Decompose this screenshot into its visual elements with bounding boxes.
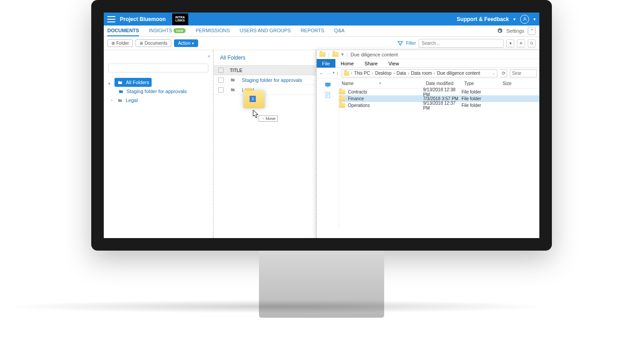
explorer-ribbon: File Home Share View	[317, 59, 539, 68]
toolbar: ⊕Folder ⊕Documents Action▾ Filter ▾ ✕	[104, 37, 539, 50]
drag-count-badge: 3	[250, 96, 256, 102]
search-dropdown-button[interactable]: ▾	[506, 39, 514, 47]
expand-icon[interactable]: ⌃	[528, 27, 536, 35]
new-folder-button[interactable]: ⊕Folder	[107, 39, 133, 47]
ribbon-tab-home[interactable]: Home	[335, 59, 359, 68]
monitor-icon[interactable]	[324, 81, 331, 89]
document-icon[interactable]	[324, 91, 331, 98]
nav-forward-icon[interactable]: →	[326, 71, 331, 76]
sort-asc-icon: ▴	[379, 81, 381, 85]
chevron-down-icon[interactable]: ▾	[513, 17, 516, 21]
folder-icon	[344, 71, 349, 76]
app-screen: Project Bluemoon INTRA LINKS Support & F…	[104, 13, 539, 238]
explorer-search-input[interactable]	[510, 69, 537, 77]
folder-icon	[230, 87, 236, 92]
refresh-icon[interactable]: ⟳	[500, 69, 507, 77]
row-checkbox[interactable]	[218, 77, 224, 83]
select-all-checkbox[interactable]	[218, 68, 224, 73]
tree-item-legal[interactable]: Legal	[117, 96, 138, 105]
drag-ghost: 3 →Move	[243, 90, 270, 117]
tree-item-staging[interactable]: Staging folder for approvals	[118, 87, 208, 96]
project-title: Project Bluemoon	[120, 16, 166, 22]
row-checkbox[interactable]	[218, 87, 224, 93]
ribbon-tab-file[interactable]: File	[317, 59, 335, 68]
folder-icon	[339, 90, 345, 94]
user-avatar-icon[interactable]	[520, 15, 529, 24]
list-row-staging[interactable]: Staging folder for approvals	[214, 75, 316, 85]
breadcrumb-bar[interactable]: › This PC› Desktop› Data› Data room› Due…	[342, 69, 498, 77]
explorer-row-operations[interactable]: Operations 9/13/2018 12:37 PM File folde…	[339, 102, 539, 109]
new-documents-button[interactable]: ⊕Documents	[136, 39, 171, 47]
chevron-down-icon[interactable]: ▾	[534, 17, 536, 21]
folder-list-pane: All Folders TITLE Staging folder for app…	[214, 50, 317, 238]
svg-rect-2	[325, 83, 330, 86]
chevron-right-icon[interactable]: ›	[111, 98, 115, 102]
col-size[interactable]: Size	[500, 81, 527, 86]
chevron-down-icon[interactable]: ▾	[108, 81, 113, 86]
workspace: « ▾ All Folders Staging folder for appro…	[104, 50, 539, 238]
explorer-row-contracts[interactable]: Contracts 9/13/2018 12:38 PM File folder	[339, 89, 539, 95]
move-tooltip: →Move	[258, 115, 278, 122]
action-button[interactable]: Action▾	[174, 39, 198, 47]
windows-explorer-window: | ▾ | Due diligence content File Home Sh…	[317, 50, 539, 238]
tree-search-input[interactable]	[108, 64, 208, 72]
crumb-dataroom[interactable]: Data room	[411, 71, 432, 76]
crumb-thispc[interactable]: This PC	[354, 71, 370, 76]
tab-reports[interactable]: REPORTS	[301, 26, 324, 36]
folder-icon	[319, 52, 326, 57]
folder-icon	[332, 52, 339, 57]
col-name[interactable]: Name▴	[339, 81, 423, 86]
gear-icon[interactable]	[497, 28, 503, 34]
app-header: Project Bluemoon INTRA LINKS Support & F…	[104, 13, 539, 26]
monitor-bezel: Project Bluemoon INTRA LINKS Support & F…	[91, 0, 552, 251]
ribbon-tab-share[interactable]: Share	[359, 59, 383, 68]
folder-tree-pane: « ▾ All Folders Staging folder for appro…	[104, 50, 214, 238]
filter-label[interactable]: Filter	[406, 41, 416, 46]
search-go-button[interactable]	[528, 39, 536, 47]
tab-permissions[interactable]: PERMISSIONS	[195, 26, 229, 36]
list-title: All Folders	[214, 50, 316, 65]
nav-tabs: DOCUMENTS INSIGHTS new PERMISSIONS USERS…	[104, 26, 539, 37]
explorer-address-bar: ← → ▾ ↑ › This PC› Desktop› Data› Data r…	[317, 68, 539, 79]
tab-documents[interactable]: DOCUMENTS	[107, 26, 139, 36]
clear-search-button[interactable]: ✕	[517, 39, 525, 47]
brand-badge: INTRA LINKS	[172, 13, 188, 25]
tab-users[interactable]: USERS AND GROUPS	[240, 26, 291, 36]
search-input[interactable]	[419, 39, 504, 48]
nav-recent-icon[interactable]: ▾	[333, 71, 335, 76]
hamburger-icon[interactable]	[107, 15, 115, 23]
search-icon	[530, 41, 534, 46]
support-link[interactable]: Support & Feedback	[457, 16, 509, 22]
col-type[interactable]: Type	[462, 81, 500, 86]
tree-root[interactable]: All Folders	[114, 78, 152, 87]
crumb-data[interactable]: Data	[397, 71, 406, 76]
new-badge: new	[174, 28, 186, 33]
nav-back-icon[interactable]: ←	[319, 71, 324, 76]
folder-icon	[230, 77, 236, 82]
ribbon-tab-view[interactable]: View	[383, 59, 404, 68]
monitor-shadow	[2, 300, 552, 313]
svg-point-0	[524, 17, 525, 19]
crumb-duediligence[interactable]: Due diligence content	[437, 71, 480, 76]
tab-qa[interactable]: Q&A	[334, 26, 344, 36]
explorer-titlebar: | ▾ | Due diligence content	[317, 50, 539, 59]
nav-up-icon[interactable]: ↑	[336, 71, 339, 76]
addr-dropdown-icon[interactable]: ⌄	[492, 71, 495, 75]
folder-icon	[339, 96, 345, 101]
monitor-frame: Project Bluemoon INTRA LINKS Support & F…	[91, 0, 552, 304]
drag-folder-icon: 3	[243, 90, 265, 108]
explorer-file-list: Name▴ Date modified Type Size Contracts …	[339, 79, 539, 228]
col-date[interactable]: Date modified	[423, 81, 462, 86]
col-title[interactable]: TITLE	[230, 68, 242, 73]
tab-insights[interactable]: INSIGHTS new	[149, 26, 186, 36]
crumb-desktop[interactable]: Desktop	[375, 71, 392, 76]
svg-rect-3	[327, 86, 329, 87]
svg-point-1	[530, 42, 533, 44]
collapse-tree-icon[interactable]: «	[208, 54, 210, 59]
window-title: Due diligence content	[351, 52, 398, 57]
filter-icon[interactable]	[397, 40, 403, 47]
folder-icon	[339, 103, 345, 108]
explorer-sidebar	[317, 79, 339, 228]
settings-link[interactable]: Settings	[506, 28, 524, 34]
list-header: TITLE	[214, 65, 316, 75]
